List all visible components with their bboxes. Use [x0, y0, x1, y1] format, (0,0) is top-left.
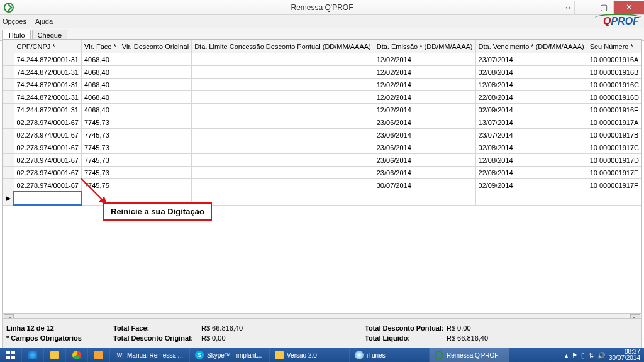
minimize-button[interactable]: — — [574, 1, 594, 14]
cell-face[interactable]: 7745,75 — [81, 179, 119, 192]
col-vlrface[interactable]: Vlr. Face * — [81, 40, 119, 53]
cell-desc[interactable] — [119, 91, 191, 104]
cell-venc[interactable]: 22/08/2014 — [475, 91, 587, 104]
cell-nome[interactable]: EDWARD TAMANINI JUNIOR - ME — [641, 167, 642, 179]
system-tray[interactable]: ▴ ⚑ ▯ ⇅ 🔊 08:3730/07/2014 — [561, 349, 644, 361]
cell-cpf[interactable]: 02.278.974/0001-67 — [14, 141, 81, 154]
cell-num[interactable]: 10 000001917C — [587, 141, 641, 154]
taskbar-word[interactable]: WManual Remessa ... — [110, 348, 190, 362]
table-row[interactable]: 74.244.872/0001-31 4068,40 12/02/2014 02… — [3, 104, 643, 116]
cell-desc[interactable] — [119, 104, 191, 116]
cell-nome[interactable]: GROU S COM E REPRES IMP E EXP... — [641, 79, 642, 91]
cell-emissao[interactable]: 23/06/2014 — [374, 141, 475, 154]
cell-cpf[interactable]: 02.278.974/0001-67 — [14, 179, 81, 192]
cell-num[interactable]: 10 000001917E — [587, 167, 641, 179]
cell-face[interactable]: 7745,73 — [81, 141, 119, 154]
cell-limite[interactable] — [192, 116, 374, 129]
taskbar-ie[interactable] — [22, 348, 44, 362]
table-row[interactable]: 02.278.974/0001-67 7745,75 30/07/2014 02… — [3, 179, 643, 192]
col-dtavenc[interactable]: Dta. Vencimento * (DD/MM/AAAA) — [475, 40, 587, 53]
cell-nome[interactable]: GROU S COM E REPRES IMP E EXP... — [641, 91, 642, 104]
cell-nome[interactable]: EDWARD TAMANINI JUNIOR - ME — [641, 154, 642, 167]
cell-emissao[interactable]: 23/06/2014 — [374, 116, 475, 129]
taskbar-chrome[interactable] — [66, 348, 88, 362]
cell-face[interactable]: 4068,40 — [81, 66, 119, 79]
cell-cpf[interactable]: 02.278.974/0001-67 — [14, 129, 81, 141]
cell-face[interactable]: 4068,40 — [81, 79, 119, 91]
cell-nome[interactable]: GROU S COM E REPRES IMP E EXP... — [641, 66, 642, 79]
table-row[interactable]: 74.244.872/0001-31 4068,40 12/02/2014 23… — [3, 53, 643, 66]
col-nomesac[interactable]: Nome Sacado * — [641, 40, 642, 53]
cell-cpf[interactable]: 74.244.872/0001-31 — [14, 79, 81, 91]
cell-cpf[interactable]: 02.278.974/0001-67 — [14, 167, 81, 179]
cell-limite[interactable] — [192, 167, 374, 179]
cell-cpf[interactable]: 02.278.974/0001-67 — [14, 116, 81, 129]
tray-action-center-icon[interactable]: ⚑ — [572, 352, 577, 359]
table-row[interactable]: 02.278.974/0001-67 7745,73 23/06/2014 22… — [3, 167, 643, 179]
cell-desc[interactable] — [119, 116, 191, 129]
menu-opcoes[interactable]: Opções — [3, 18, 26, 25]
col-dtaemissao[interactable]: Dta. Emissão * (DD/MM/AAAA) — [374, 40, 475, 53]
cell-nome[interactable]: EDWARD TAMANINI JUNIOR - ME — [641, 116, 642, 129]
cell-face[interactable]: 7745,73 — [81, 129, 119, 141]
maximize-button[interactable]: ▢ — [594, 1, 613, 14]
cell-face[interactable]: 4068,40 — [81, 104, 119, 116]
cell-limite[interactable] — [192, 154, 374, 167]
cell-limite[interactable] — [192, 179, 374, 192]
cell-nome[interactable]: GROU S COM E REPRES IMP E EXP... — [641, 53, 642, 66]
cell-venc[interactable]: 12/08/2014 — [475, 154, 587, 167]
cell-limite[interactable] — [192, 53, 374, 66]
taskbar-qprof[interactable]: Remessa Q'PROF — [430, 348, 509, 362]
cell-num[interactable]: 10 000001917D — [587, 154, 641, 167]
cell-emissao[interactable]: 30/07/2014 — [374, 179, 475, 192]
cell-emissao[interactable]: 23/06/2014 — [374, 154, 475, 167]
cell-desc[interactable] — [119, 53, 191, 66]
cell-desc[interactable] — [119, 167, 191, 179]
cell-desc[interactable] — [119, 179, 191, 192]
cell-limite[interactable] — [192, 79, 374, 91]
cell-venc[interactable]: 23/07/2014 — [475, 129, 587, 141]
cell-venc[interactable]: 02/08/2014 — [475, 66, 587, 79]
cell-desc[interactable] — [119, 79, 191, 91]
cell-emissao[interactable]: 12/02/2014 — [374, 79, 475, 91]
col-seunum[interactable]: Seu Número * — [587, 40, 641, 53]
cell-num[interactable]: 10 000001917B — [587, 129, 641, 141]
cell-desc[interactable] — [119, 66, 191, 79]
cell-desc[interactable] — [119, 129, 191, 141]
cell-cpf[interactable]: 74.244.872/0001-31 — [14, 91, 81, 104]
cell-limite[interactable] — [192, 66, 374, 79]
cell-limite[interactable] — [192, 104, 374, 116]
cell-nome[interactable]: GROU S COM E REPRES IMP E EXP... — [641, 104, 642, 116]
menu-ajuda[interactable]: Ajuda — [35, 18, 53, 25]
cell-num[interactable]: 10 000001917A — [587, 116, 641, 129]
cell-cpf[interactable]: 02.278.974/0001-67 — [14, 154, 81, 167]
table-row-editing[interactable]: ▶ — [3, 192, 643, 205]
table-row[interactable]: 74.244.872/0001-31 4068,40 12/02/2014 12… — [3, 79, 643, 91]
tray-battery-icon[interactable]: ▯ — [581, 352, 585, 359]
cell-num[interactable]: 10 000001916B — [587, 66, 641, 79]
start-button[interactable] — [0, 348, 22, 362]
cell-cpf-editing[interactable] — [14, 192, 81, 205]
cell-cpf[interactable]: 74.244.872/0001-31 — [14, 104, 81, 116]
cell-emissao[interactable]: 12/02/2014 — [374, 91, 475, 104]
cell-num[interactable]: 10 000001916A — [587, 53, 641, 66]
table-row[interactable]: 02.278.974/0001-67 7745,73 23/06/2014 12… — [3, 154, 643, 167]
table-row[interactable]: 02.278.974/0001-67 7745,73 23/06/2014 23… — [3, 129, 643, 141]
cell-face[interactable]: 7745,73 — [81, 154, 119, 167]
cell-num[interactable]: 10 000001916E — [587, 104, 641, 116]
cell-limite[interactable] — [192, 129, 374, 141]
cell-emissao[interactable]: 12/02/2014 — [374, 66, 475, 79]
cell-num[interactable]: 10 000001917F — [587, 179, 641, 192]
cell-face[interactable]: 4068,40 — [81, 53, 119, 66]
cell-nome[interactable]: EDWARD TAMANINI JUNIOR - ME — [641, 179, 642, 192]
cell-face[interactable]: 7745,73 — [81, 116, 119, 129]
cell-emissao[interactable]: 12/02/2014 — [374, 104, 475, 116]
tray-up-icon[interactable]: ▴ — [565, 352, 568, 359]
cell-emissao[interactable]: 23/06/2014 — [374, 129, 475, 141]
cell-nome[interactable]: EDWARD TAMANINI JUNIOR - ME — [641, 141, 642, 154]
data-grid[interactable]: CPF/CNPJ * Vlr. Face * Vlr. Desconto Ori… — [2, 39, 642, 314]
cell-venc[interactable]: 02/09/2014 — [475, 104, 587, 116]
cell-face[interactable]: 7745,73 — [81, 167, 119, 179]
taskbar-itunes[interactable]: iTunes — [350, 348, 430, 362]
table-row[interactable]: 02.278.974/0001-67 7745,73 23/06/2014 13… — [3, 116, 643, 129]
